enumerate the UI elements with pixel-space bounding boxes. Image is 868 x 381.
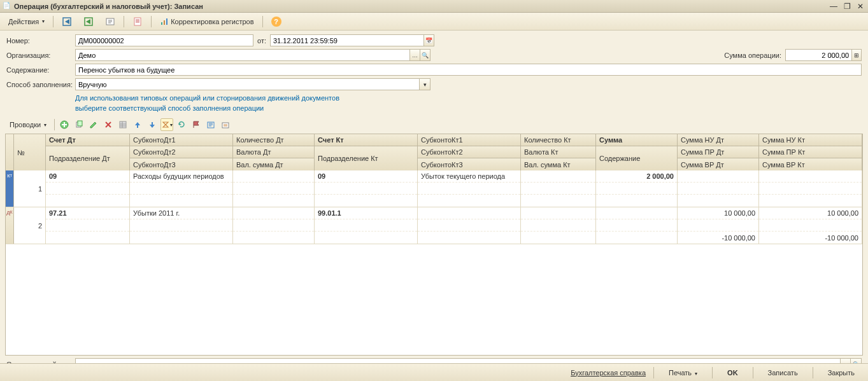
table-row[interactable]: ДК 2 97.21 Убытки 2011 г. 99.01.1 10 000… <box>6 207 862 244</box>
grid-icon[interactable] <box>117 118 129 131</box>
cell-nu-dt: 10 000,00 <box>678 207 758 219</box>
flag-icon[interactable] <box>190 118 203 131</box>
col-vr-kt[interactable]: Сумма ВР Кт <box>759 158 862 170</box>
cell-acc-kt: 09 <box>315 170 417 183</box>
date-input[interactable] <box>271 35 423 46</box>
col-sub-kt3[interactable]: СубконтоКт3 <box>418 158 520 170</box>
help-button[interactable]: ? <box>267 15 286 29</box>
col-sub-dt3[interactable]: СубконтоДт3 <box>130 158 232 170</box>
actions-label: Действия <box>8 18 39 25</box>
number-field[interactable] <box>75 34 253 46</box>
number-input[interactable] <box>76 35 253 46</box>
col-content[interactable]: Содержание <box>596 146 677 170</box>
col-pr-dt[interactable]: Сумма ПР Дт <box>678 146 758 158</box>
svg-rect-6 <box>166 18 167 25</box>
sigma-icon[interactable]: ▾ <box>160 118 173 131</box>
move-up-icon[interactable] <box>131 118 144 131</box>
move-down-icon[interactable] <box>146 118 159 131</box>
entries-label: Проводки <box>10 121 41 128</box>
separator <box>813 367 813 378</box>
col-qty-dt[interactable]: Количество Дт <box>233 134 314 146</box>
chevron-down-icon: ▾ <box>695 371 697 377</box>
svg-rect-5 <box>164 20 165 25</box>
org-field[interactable]: … 🔍 <box>75 49 430 61</box>
separator <box>653 367 654 378</box>
col-sub-dt1[interactable]: СубконтоДт1 <box>130 134 232 146</box>
separator <box>712 367 713 378</box>
col-acc-dt[interactable]: Счет Дт <box>46 134 129 146</box>
svg-rect-4 <box>161 22 162 25</box>
titlebar: 📄 Операция (бухгалтерский и налоговый уч… <box>0 0 868 13</box>
reference-link[interactable]: Бухгалтерская справка <box>571 369 646 377</box>
cell-sub-dt1: Расходы будущих периодов <box>130 170 232 183</box>
org-input[interactable] <box>76 50 409 60</box>
add-icon[interactable] <box>58 118 71 131</box>
separator <box>262 16 263 27</box>
edit-icon[interactable] <box>87 118 100 131</box>
chevron-down-icon[interactable]: ▾ <box>419 79 430 90</box>
col-nu-dt[interactable]: Сумма НУ Дт <box>678 134 758 146</box>
method-input[interactable] <box>76 79 419 90</box>
toolbar-icon-4[interactable] <box>128 15 147 29</box>
cell-num: 2 <box>14 207 45 244</box>
entries-menu[interactable]: Проводки ▾ <box>5 119 51 130</box>
ellipsis-icon[interactable]: … <box>409 50 420 60</box>
col-vr-dt[interactable]: Сумма ВР Дт <box>678 158 758 170</box>
actions-menu[interactable]: Действия ▾ <box>4 16 49 27</box>
col-cur-kt[interactable]: Валюта Кт <box>521 146 595 158</box>
amount-field[interactable]: ⊞ <box>785 49 862 61</box>
close-window-button[interactable]: ✕ <box>855 2 865 11</box>
col-dept-kt[interactable]: Подразделение Кт <box>315 146 417 170</box>
col-nu-kt[interactable]: Сумма НУ Кт <box>759 134 862 146</box>
col-sum[interactable]: Сумма <box>596 134 677 146</box>
col-sub-dt2[interactable]: СубконтоДт2 <box>130 146 232 158</box>
form-area: Номер: от: 📅 Организация: … 🔍 Сумма опер… <box>0 31 868 117</box>
calendar-icon[interactable]: 📅 <box>423 35 434 46</box>
col-cursum-dt[interactable]: Вал. сумма Дт <box>233 158 314 170</box>
toolbar-icon-3[interactable] <box>101 15 120 29</box>
maximize-button[interactable]: ❐ <box>842 2 853 11</box>
svg-rect-10 <box>120 121 126 128</box>
col-sub-kt2[interactable]: СубконтоКт2 <box>418 146 520 158</box>
col-cur-dt[interactable]: Валюта Дт <box>233 146 314 158</box>
list-icon[interactable] <box>204 118 217 131</box>
save-button[interactable]: Записать <box>761 367 805 378</box>
content-field[interactable] <box>75 64 862 76</box>
cell-sub-kt1: Убыток текущего периода <box>418 170 520 183</box>
separator <box>753 367 753 378</box>
col-cursum-kt[interactable]: Вал. сумма Кт <box>521 158 595 170</box>
col-dept-dt[interactable]: Подразделение Дт <box>46 146 129 170</box>
entries-grid: № Счет Дт Подразделение Дт СубконтоДт1 С… <box>5 134 863 356</box>
content-input[interactable] <box>76 64 861 75</box>
col-sub-kt1[interactable]: СубконтоКт1 <box>418 134 520 146</box>
chevron-down-icon: ▾ <box>42 18 45 24</box>
calculator-icon[interactable]: ⊞ <box>851 50 861 60</box>
toolbar-icon-1[interactable] <box>57 15 76 29</box>
close-button[interactable]: Закрыть <box>821 367 862 378</box>
row-marker-icon: Кт <box>6 170 14 207</box>
delete-icon[interactable] <box>102 118 115 131</box>
export-icon[interactable] <box>219 118 232 131</box>
refresh-icon[interactable] <box>175 118 188 131</box>
chart-icon <box>160 17 169 26</box>
col-pr-kt[interactable]: Сумма ПР Кт <box>759 146 862 158</box>
method-label: Способ заполнения: <box>6 81 75 88</box>
minimize-button[interactable]: — <box>828 2 839 11</box>
amount-input[interactable] <box>786 50 851 60</box>
col-qty-kt[interactable]: Количество Кт <box>521 134 595 146</box>
hint-line-2: выберите соответствующий способ заполнен… <box>75 103 862 113</box>
row-marker-icon: ДК <box>6 207 14 244</box>
toolbar-icon-2[interactable] <box>79 15 98 29</box>
ok-button[interactable]: OK <box>720 367 745 378</box>
date-field[interactable]: 📅 <box>270 34 434 46</box>
print-button[interactable]: Печать ▾ <box>662 367 704 378</box>
search-icon[interactable]: 🔍 <box>420 50 430 60</box>
table-row[interactable]: Кт 1 09 Расходы будущих периодов 09 Убыт… <box>6 170 862 207</box>
col-num[interactable]: № <box>14 134 45 170</box>
registers-button[interactable]: Корректировка регистров <box>155 15 258 28</box>
method-field[interactable]: ▾ <box>75 78 430 90</box>
svg-rect-9 <box>78 121 82 126</box>
col-acc-kt[interactable]: Счет Кт <box>315 134 417 146</box>
copy-icon[interactable] <box>73 118 85 131</box>
bottom-bar: Бухгалтерская справка Печать ▾ OK Записа… <box>0 363 868 381</box>
